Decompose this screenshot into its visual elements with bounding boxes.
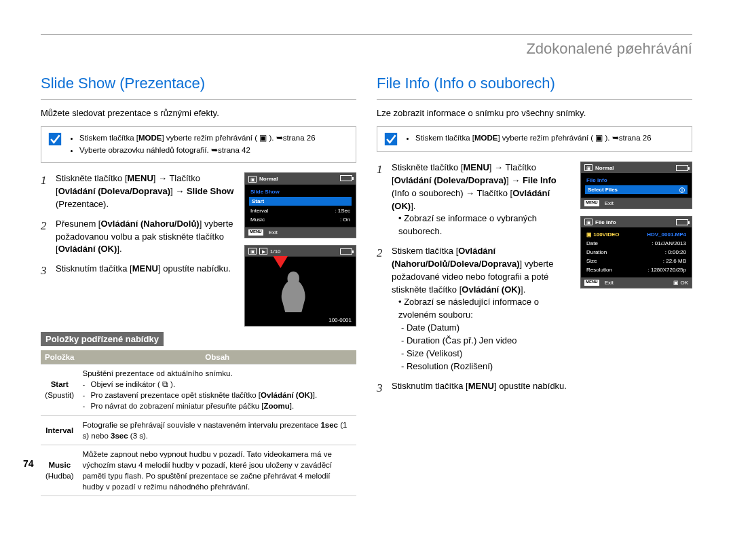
top-divider	[41, 34, 692, 35]
info-mode-icon: ▣	[584, 219, 593, 225]
battery-icon	[340, 175, 352, 181]
play-triangle-icon	[273, 256, 288, 268]
cam-title: File Info	[595, 219, 616, 225]
silhouette-icon	[273, 255, 328, 317]
table-row: IntervalFotografie se přehrávají souvisl…	[41, 415, 356, 445]
note-box: Stiskem tlačítka [MODE] vyberte režim př…	[377, 126, 692, 152]
menu-badge: MENU	[584, 280, 599, 286]
file-number: 100-0001	[328, 317, 352, 323]
list-item: Pro zastavení prezentace opět stiskněte …	[82, 390, 352, 400]
note-item: Stiskem tlačítka [MODE] vyberte režim př…	[415, 132, 652, 143]
cam-title: Normal	[259, 176, 278, 182]
step-number: 1	[41, 172, 47, 189]
cam-menu-item: Music: On	[249, 215, 352, 224]
right-column: File Info (Info o souborech) Lze zobrazi…	[377, 75, 692, 496]
step: 3Stisknutím tlačítka [MENU] opustíte nab…	[377, 380, 572, 393]
svg-rect-0	[49, 133, 61, 145]
info-row: Duration: 0:00:20	[585, 248, 688, 257]
camera-menu-slideshow: ▣Normal Slide ShowStartInterval: 1SecMus…	[244, 172, 356, 238]
step: 1Stiskněte tlačítko [MENU] → Tlačítko [O…	[377, 162, 572, 238]
chapter-title: Zdokonalené pøehrávání	[41, 40, 692, 58]
svg-rect-1	[385, 133, 397, 145]
list-item: Resolution (Rozlišení)	[401, 360, 572, 373]
row-desc: Spuštění prezentace od aktuálního snímku…	[78, 365, 356, 415]
filename: HDV_0001.MP4	[647, 231, 686, 238]
battery-icon	[676, 219, 688, 225]
step: 2Stiskem tlačítka [Ovládání (Nahoru/Dolů…	[377, 245, 572, 373]
divider	[41, 99, 356, 100]
intro-text: Můžete sledovat prezentace s různými efe…	[41, 108, 356, 118]
list-item: Date (Datum)	[401, 322, 572, 335]
photo-mode-icon: ▣	[248, 176, 257, 183]
section-file-info: File Info (Info o souborech)	[377, 75, 692, 92]
photo-mode-icon: ▣	[248, 248, 257, 255]
note-box: Stiskem tlačítka [MODE] vyberte režim př…	[41, 126, 356, 163]
battery-icon	[340, 248, 352, 255]
exit-label: Exit	[605, 200, 614, 206]
step-number: 1	[377, 162, 383, 179]
note-item: Stiskem tlačítka [MODE] vyberte režim př…	[79, 132, 316, 143]
th-item: Položka	[41, 350, 78, 365]
row-name: Interval	[41, 415, 78, 445]
list-item: Duration (Čas př.) Jen video	[401, 335, 572, 348]
step: 1Stiskněte tlačítko [MENU] → Tlačítko [O…	[41, 172, 236, 211]
menu-badge: MENU	[584, 200, 599, 206]
step: 2Přesunem [Ovládání (Nahoru/Dolů)] vyber…	[41, 218, 236, 257]
cam-menu-item: Select Filesⓘ	[585, 185, 688, 194]
video-mode-icon: ▣	[584, 164, 593, 171]
info-row: Resolution: 1280X720/25p	[585, 265, 688, 274]
step-number: 2	[41, 218, 47, 235]
ok-label: OK	[680, 280, 688, 286]
slideshow-icon: ▶	[259, 248, 267, 255]
info-row: Size: 22.6 MB	[585, 257, 688, 265]
check-icon	[384, 132, 398, 146]
exit-label: Exit	[269, 229, 278, 236]
list-item: Pro návrat do zobrazení miniatur přesuňt…	[82, 400, 352, 411]
camera-fileinfo-detail: ▣File Info ▣ 100VIDEOHDV_0001.MP4 Date: …	[580, 216, 692, 288]
cam-menu-item: Slide Show	[249, 187, 352, 196]
step-number: 2	[377, 245, 383, 262]
list-item: Objeví se indikátor ( ⧉ ).	[82, 379, 352, 390]
info-row: Date: 01/JAN/2013	[585, 239, 688, 248]
step: 3Stisknutím tlačítka [MENU] opustíte nab…	[41, 263, 236, 276]
info-list: Date (Datum)Duration (Čas př.) Jen video…	[392, 322, 572, 373]
submenu-table: Položka Obsah Start(Spustit)Spuštění pre…	[41, 350, 356, 496]
step-sub: Zobrazí se informace o vybraných soubore…	[392, 212, 572, 238]
cam-menu-item: Start	[249, 197, 352, 206]
table-row: Music(Hudba)Můžete zapnout nebo vypnout …	[41, 445, 356, 496]
row-name: Music(Hudba)	[41, 445, 78, 496]
submenu-header: Položky podřízené nabídky	[41, 332, 164, 346]
list-item: Size (Velikost)	[401, 348, 572, 360]
th-desc: Obsah	[78, 350, 356, 365]
page-number: 74	[23, 458, 34, 469]
row-desc: Fotografie se přehrávají souvisle v nast…	[78, 415, 356, 445]
counter: 1/10	[270, 248, 281, 255]
camera-menu-fileinfo: ▣Normal File InfoSelect Filesⓘ MENUExit	[580, 162, 692, 209]
menu-badge: MENU	[248, 229, 263, 236]
step-number: 3	[377, 380, 383, 397]
camera-preview: ▣▶1/10 100-0001	[244, 245, 356, 326]
section-slide-show: Slide Show (Prezentace)	[41, 75, 356, 92]
check-icon	[48, 132, 62, 146]
step-sub: Zobrazí se následující informace o zvole…	[392, 296, 572, 322]
row-desc: Můžete zapnout nebo vypnout hudbu v poza…	[78, 445, 356, 496]
battery-icon	[676, 165, 688, 171]
intro-text: Lze zobrazit informace o snímku pro všec…	[377, 108, 692, 118]
divider	[377, 99, 692, 100]
cam-menu-item: File Info	[585, 176, 688, 185]
cam-menu-item: Interval: 1Sec	[249, 206, 352, 215]
left-column: Slide Show (Prezentace) Můžete sledovat …	[41, 75, 356, 496]
table-row: Start(Spustit)Spuštění prezentace od akt…	[41, 365, 356, 415]
exit-label: Exit	[605, 280, 614, 286]
step-number: 3	[41, 263, 47, 280]
note-item: Vyberte obrazovku náhledů fotografií. ➥s…	[79, 145, 316, 155]
row-name: Start(Spustit)	[41, 365, 78, 415]
cam-title: Normal	[595, 165, 614, 171]
folder: ▣ 100VIDEO	[586, 231, 619, 238]
